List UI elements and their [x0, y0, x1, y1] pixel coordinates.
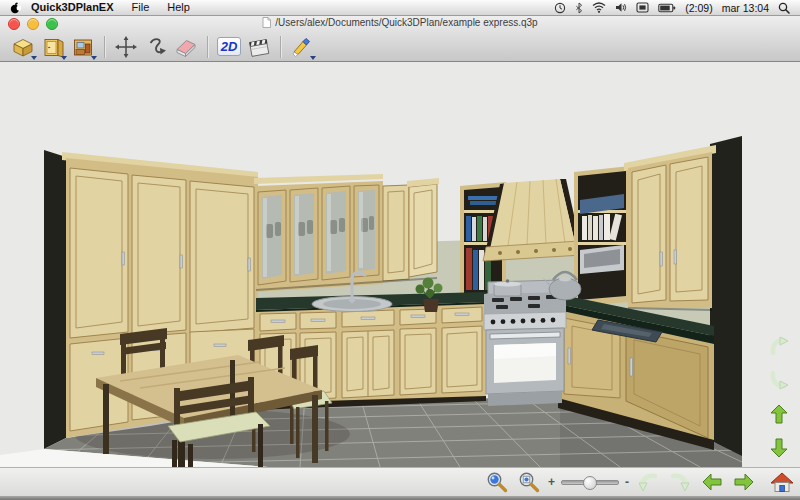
- toolbar: 2D: [8, 32, 317, 61]
- zoom-slider-thumb[interactable]: [583, 476, 597, 490]
- dropdown-arrow-icon: [61, 56, 67, 60]
- menu-bar: Quick3DPlanEX File Help (2:09): [0, 0, 800, 16]
- bluetooth-icon[interactable]: [575, 2, 583, 14]
- home-button[interactable]: [769, 469, 795, 495]
- pan-down-button[interactable]: [766, 435, 792, 461]
- window-chrome: /Users/alex/Documents/Quick3DPlan/exampl…: [0, 15, 800, 62]
- clock-icon[interactable]: [554, 2, 566, 14]
- stove[interactable]: [484, 280, 566, 406]
- room-box-icon: [11, 35, 35, 59]
- orbit-up-icon: [768, 335, 790, 357]
- add-furniture-button[interactable]: [68, 33, 98, 60]
- glass-doors: [258, 185, 379, 285]
- add-room-button[interactable]: [8, 33, 38, 60]
- add-cabinet-button[interactable]: [38, 33, 68, 60]
- 3d-viewport[interactable]: [0, 61, 758, 467]
- orbit-up-button[interactable]: [766, 333, 792, 359]
- dropdown-arrow-icon: [91, 56, 97, 60]
- input-menu-icon[interactable]: [636, 2, 649, 13]
- pan-right-icon: [733, 471, 755, 493]
- zoom-window-button[interactable]: [516, 469, 542, 495]
- orbit-right-icon: [669, 471, 691, 493]
- orbit-down-button[interactable]: [766, 367, 792, 393]
- orbit-right-button[interactable]: [667, 469, 693, 495]
- clapperboard-icon: [247, 35, 271, 59]
- battery-time: (2:09): [685, 2, 712, 14]
- spotlight-icon[interactable]: [778, 2, 790, 14]
- document-icon: [262, 17, 271, 28]
- zoom-lens-button[interactable]: [484, 469, 510, 495]
- title-bar[interactable]: /Users/alex/Documents/Quick3DPlan/exampl…: [0, 15, 800, 32]
- orbit-left-icon: [637, 471, 659, 493]
- toolbar-separator: [104, 36, 105, 58]
- pan-left-icon: [701, 471, 723, 493]
- apple-logo-icon: [10, 2, 21, 14]
- rotate-icon: [144, 35, 168, 59]
- orbit-left-button[interactable]: [635, 469, 661, 495]
- view-2d-button[interactable]: 2D: [214, 33, 244, 60]
- window-bottom-edge: [0, 496, 800, 500]
- menu-app-name[interactable]: Quick3DPlanEX: [29, 0, 123, 15]
- upper-cabinets[interactable]: [254, 145, 716, 310]
- move-button[interactable]: [111, 33, 141, 60]
- render-button[interactable]: [244, 33, 274, 60]
- furniture-icon: [71, 35, 95, 59]
- rotate-button[interactable]: [141, 33, 171, 60]
- zoom-window-icon: [517, 470, 541, 494]
- menu-clock[interactable]: mar 13:04: [722, 2, 769, 14]
- cabinet-icon: [41, 35, 65, 59]
- move-arrows-icon: [114, 35, 138, 59]
- zoom-slider[interactable]: [561, 476, 619, 488]
- paint-button[interactable]: [287, 33, 317, 60]
- books: [582, 214, 622, 241]
- dropdown-arrow-icon: [31, 56, 37, 60]
- bottom-bar: + -: [0, 467, 800, 497]
- pan-up-icon: [768, 403, 790, 425]
- pan-up-button[interactable]: [766, 401, 792, 427]
- orbit-down-icon: [768, 369, 790, 391]
- toolbar-separator: [280, 36, 281, 58]
- volume-icon[interactable]: [615, 2, 627, 13]
- apple-menu[interactable]: [10, 2, 21, 14]
- desktop: Quick3DPlanEX File Help (2:09): [0, 0, 800, 500]
- menu-file[interactable]: File: [123, 0, 159, 15]
- pan-down-icon: [768, 437, 790, 459]
- zoom-in-label[interactable]: +: [548, 475, 555, 489]
- toolbar-separator: [207, 36, 208, 58]
- 2d-label: 2D: [217, 37, 242, 56]
- pan-left-button[interactable]: [699, 469, 725, 495]
- paintbrush-icon: [290, 35, 314, 59]
- zoom-out-label[interactable]: -: [625, 475, 629, 489]
- wifi-icon[interactable]: [592, 2, 606, 13]
- eraser-icon: [174, 35, 198, 59]
- zoom-lens-icon: [485, 470, 509, 494]
- kitchen-scene: [0, 61, 758, 467]
- right-nav-panel: [758, 61, 800, 467]
- battery-icon[interactable]: [658, 3, 676, 13]
- pan-right-button[interactable]: [731, 469, 757, 495]
- home-icon: [770, 471, 794, 493]
- menu-help[interactable]: Help: [158, 0, 199, 15]
- dropdown-arrow-icon: [310, 56, 316, 60]
- window-title: /Users/alex/Documents/Quick3DPlan/exampl…: [275, 17, 537, 28]
- erase-button[interactable]: [171, 33, 201, 60]
